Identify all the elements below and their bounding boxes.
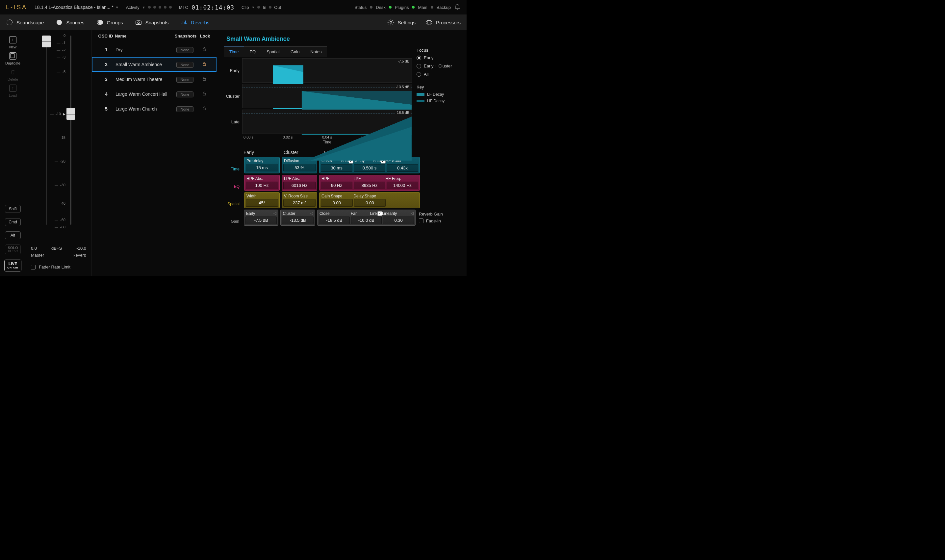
param-value[interactable]: 0.00 xyxy=(354,199,386,207)
param-value[interactable]: 14000 Hz xyxy=(386,182,418,189)
preset-name: Large Warm Concert Hall xyxy=(115,91,172,97)
reverb-fader[interactable] xyxy=(68,35,74,225)
soundscape-icon xyxy=(6,19,13,26)
param-cluster-gain[interactable]: Cluster◁ -13.5 dB xyxy=(280,209,315,226)
snapshot-button[interactable]: None xyxy=(176,62,194,68)
param-value[interactable]: 0.43x xyxy=(386,164,418,172)
fade-in-toggle[interactable]: Fade-In xyxy=(419,218,458,223)
param-value[interactable]: -10.0 dB xyxy=(351,217,382,224)
preset-row[interactable]: 1 Dry None xyxy=(92,42,217,57)
param-value[interactable]: -7.5 dB xyxy=(245,217,277,224)
nav-sources[interactable]: Sources xyxy=(55,19,84,26)
param-late-gain[interactable]: Close Far Link✓ Linearity◁ -18.5 dB -10.… xyxy=(317,209,416,226)
param-value[interactable]: 0.500 s xyxy=(354,164,385,172)
chart-cluster: -13.5 dB xyxy=(242,84,412,108)
param-value[interactable]: 8935 Hz xyxy=(354,182,385,189)
preset-row[interactable]: 5 Large Warm Church None xyxy=(92,102,217,116)
param-value[interactable]: 0.30 xyxy=(383,217,414,224)
reverb-fader-value: -10.0 xyxy=(76,246,86,251)
clip-out-dot xyxy=(269,6,271,9)
param-value[interactable]: 45° xyxy=(246,199,278,207)
nav-processors[interactable]: Processors xyxy=(425,19,461,26)
clip-menu[interactable]: Clip ▼ In Out xyxy=(242,5,281,10)
param-value[interactable]: 90 Hz xyxy=(321,182,352,189)
param-value[interactable]: -18.5 dB xyxy=(319,217,350,224)
nav-label: Snapshots xyxy=(145,20,169,25)
radio-icon xyxy=(417,64,421,68)
preset-row[interactable]: 2 Small Warm Ambience None xyxy=(92,57,217,72)
cmd-modifier[interactable]: Cmd xyxy=(5,218,21,226)
param-lpf-abs[interactable]: LPF Abs. 6016 Hz xyxy=(282,175,317,191)
nav-settings[interactable]: Settings xyxy=(387,19,416,26)
legend-item: HF Decay xyxy=(417,99,459,103)
param-value[interactable]: 237 m³ xyxy=(283,199,316,207)
param-hpf-abs[interactable]: HPF Abs. 100 Hz xyxy=(244,175,280,191)
activity-dot xyxy=(164,6,166,9)
copy-icon xyxy=(9,52,17,60)
preset-row[interactable]: 3 Medium Warm Theatre None xyxy=(92,72,217,86)
clip-in-dot xyxy=(257,6,260,9)
detail-tab-notes[interactable]: Notes xyxy=(305,46,327,57)
rail-label: New xyxy=(9,45,17,49)
activity-menu[interactable]: Activity ▼ xyxy=(126,5,172,10)
master-fader[interactable] xyxy=(43,35,50,225)
solo-clear-button[interactable]: SOLO CLEAR xyxy=(5,245,21,254)
snapshot-button[interactable]: None xyxy=(176,77,194,83)
duplicate-button[interactable]: Duplicate xyxy=(5,52,20,65)
new-button[interactable]: + New xyxy=(9,36,17,49)
preset-row[interactable]: 4 Large Warm Concert Hall None xyxy=(92,86,217,102)
detail-tab-eq[interactable]: EQ xyxy=(244,46,261,57)
param-width[interactable]: Width 45° xyxy=(244,192,280,208)
detail-tab-time[interactable]: Time xyxy=(224,46,244,57)
preset-name: Dry xyxy=(115,47,172,52)
notifications-icon[interactable] xyxy=(454,4,461,11)
focus-option[interactable]: All xyxy=(417,72,459,77)
snapshot-button[interactable]: None xyxy=(176,91,194,97)
snapshot-button[interactable]: None xyxy=(176,47,194,53)
snapshot-button[interactable]: None xyxy=(176,106,194,112)
focus-option[interactable]: Early xyxy=(417,55,459,60)
status-label: Status xyxy=(354,5,366,10)
speaker-icon[interactable]: ◁ xyxy=(411,211,413,215)
focus-option[interactable]: Early + Cluster xyxy=(417,63,459,68)
param-value[interactable]: 0.00 xyxy=(321,199,353,207)
param-late-eq[interactable]: HPF LPF HF Freq. 90 Hz 8935 Hz 14000 Hz xyxy=(319,175,420,191)
param-value[interactable]: 53 % xyxy=(283,164,316,171)
gear-icon xyxy=(387,19,394,26)
session-menu[interactable]: 18.1.4 L-Acoustics Bluspace - Islan... *… xyxy=(35,5,119,10)
fade-in-label: Fade-In xyxy=(426,218,441,223)
speaker-icon[interactable]: ◁ xyxy=(274,211,276,215)
param-value[interactable]: 100 Hz xyxy=(246,182,278,189)
speaker-icon[interactable]: ◁ xyxy=(310,211,313,215)
param-value[interactable]: 6016 Hz xyxy=(283,182,316,189)
nav-reverbs[interactable]: Reverbs xyxy=(181,19,209,26)
param-value[interactable]: -13.5 dB xyxy=(282,217,314,224)
nav-snapshots[interactable]: Snapshots xyxy=(135,19,169,26)
alt-modifier[interactable]: Alt xyxy=(5,231,21,239)
lock-icon[interactable] xyxy=(202,77,207,82)
preset-id: 3 xyxy=(97,77,115,82)
checkbox-icon[interactable]: ✓ xyxy=(377,211,382,216)
session-title: 18.1.4 L-Acoustics Bluspace - Islan... * xyxy=(35,5,114,10)
shift-modifier[interactable]: Shift xyxy=(5,205,21,213)
param-early-gain[interactable]: Early◁ -7.5 dB xyxy=(244,209,279,226)
fader-rate-limit-toggle[interactable]: Fader Rate Limit xyxy=(29,261,88,273)
svg-marker-17 xyxy=(305,117,412,161)
lock-icon[interactable] xyxy=(202,48,207,53)
param-value[interactable]: 30 ms xyxy=(321,164,352,172)
svg-point-1 xyxy=(57,20,62,25)
live-button[interactable]: LIVE ON AIR xyxy=(4,260,22,271)
nav-groups[interactable]: Groups xyxy=(96,19,123,26)
param-room-size[interactable]: V. Room Size 237 m³ xyxy=(282,192,317,208)
master-fader-value: 0.0 xyxy=(31,246,37,251)
param-late-spatial[interactable]: Gain Shape Delay Shape 0.00 0.00 xyxy=(319,192,420,208)
lock-icon[interactable] xyxy=(202,92,207,97)
lock-icon[interactable] xyxy=(202,62,207,68)
lock-icon[interactable] xyxy=(202,107,207,112)
detail-tab-gain[interactable]: Gain xyxy=(285,46,305,57)
nav-soundscape[interactable]: Soundscape xyxy=(6,19,44,26)
param-value[interactable]: 15 ms xyxy=(246,164,278,171)
status-plugins: Plugins xyxy=(395,5,409,10)
detail-tab-spatial[interactable]: Spatial xyxy=(261,46,285,57)
svg-point-6 xyxy=(390,22,392,23)
